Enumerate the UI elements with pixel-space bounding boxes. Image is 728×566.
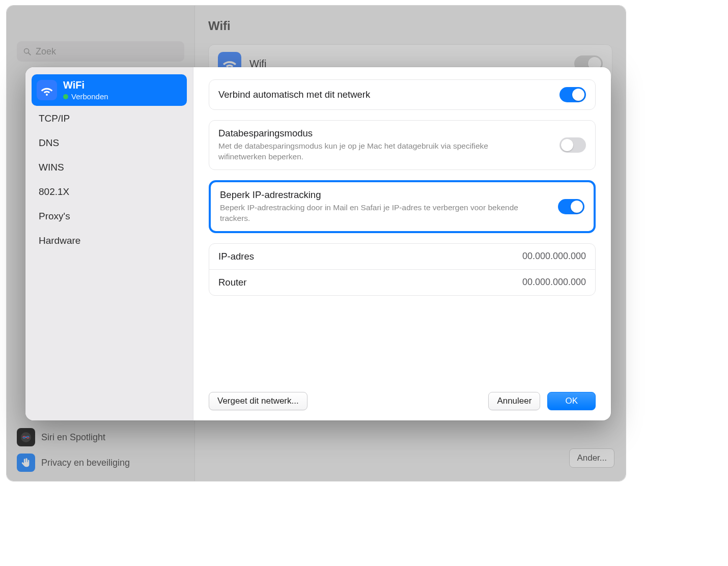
other-network-button[interactable]: Ander... — [569, 448, 614, 468]
sidebar-item-privacy[interactable]: Privacy en beveiliging — [12, 450, 189, 475]
sidebar-item-dns[interactable]: DNS — [32, 131, 187, 155]
limit-tracking-label: Beperk IP-adrestracking — [220, 189, 558, 201]
auto-join-toggle[interactable] — [559, 87, 586, 102]
sheet-actions: Vergeet dit netwerk... Annuleer OK — [209, 387, 596, 410]
wifi-icon — [37, 80, 57, 100]
router-row: Router 00.000.000.000 — [209, 269, 595, 295]
svg-line-2 — [29, 52, 31, 54]
siri-icon — [17, 428, 35, 446]
ok-button[interactable]: OK — [547, 392, 596, 410]
forget-network-button[interactable]: Vergeet dit netwerk... — [209, 392, 307, 410]
hand-icon — [17, 454, 35, 472]
low-data-label: Databesparingsmodus — [218, 128, 559, 139]
sidebar-item-wifi[interactable]: WiFi Verbonden — [32, 74, 187, 106]
status-dot-icon — [63, 94, 68, 99]
limit-tracking-group: Beperk IP-adrestracking Beperk IP-adrest… — [209, 180, 596, 233]
auto-join-label: Verbind automatisch met dit netwerk — [218, 89, 559, 100]
ip-value: 00.000.000.000 — [522, 251, 586, 262]
limit-tracking-desc: Beperk IP-adrestracking door in Mail en … — [220, 203, 525, 224]
ip-label: IP-adres — [218, 251, 522, 262]
limit-tracking-toggle[interactable] — [558, 199, 584, 214]
wifi-details-sheet: WiFi Verbonden TCP/IP DNS WINS 802.1X Pr… — [25, 67, 611, 420]
sidebar-item-tcpip[interactable]: TCP/IP — [32, 107, 187, 130]
sidebar-item-hardware[interactable]: Hardware — [32, 229, 187, 252]
sidebar-item-label: Siri en Spotlight — [41, 432, 105, 443]
page-title: Wifi — [208, 19, 612, 33]
search-placeholder: Zoek — [36, 46, 56, 57]
sidebar-item-siri[interactable]: Siri en Spotlight — [12, 425, 189, 449]
search-icon — [23, 47, 32, 56]
sidebar-item-label: Privacy en beveiliging — [41, 458, 130, 468]
data-mode-group: Databesparingsmodus Met de databesparing… — [209, 120, 596, 170]
wifi-name: WiFi — [63, 79, 108, 91]
cancel-button[interactable]: Annuleer — [488, 392, 540, 410]
sidebar-item-proxies[interactable]: Proxy's — [32, 205, 187, 228]
address-group: IP-adres 00.000.000.000 Router 00.000.00… — [209, 243, 596, 296]
sidebar-item-8021x[interactable]: 802.1X — [32, 180, 187, 204]
auto-join-group: Verbind automatisch met dit netwerk — [209, 79, 596, 110]
router-value: 00.000.000.000 — [522, 277, 586, 288]
search-field[interactable]: Zoek — [17, 41, 184, 62]
sheet-main: Verbind automatisch met dit netwerk Data… — [193, 67, 611, 420]
ip-row: IP-adres 00.000.000.000 — [209, 244, 595, 269]
wifi-status: Verbonden — [63, 92, 108, 101]
sheet-sidebar: WiFi Verbonden TCP/IP DNS WINS 802.1X Pr… — [25, 67, 193, 420]
router-label: Router — [218, 277, 522, 288]
low-data-desc: Met de databesparingsmodus kun je op je … — [218, 141, 524, 162]
low-data-toggle[interactable] — [559, 137, 586, 153]
sidebar-item-wins[interactable]: WINS — [32, 156, 187, 179]
